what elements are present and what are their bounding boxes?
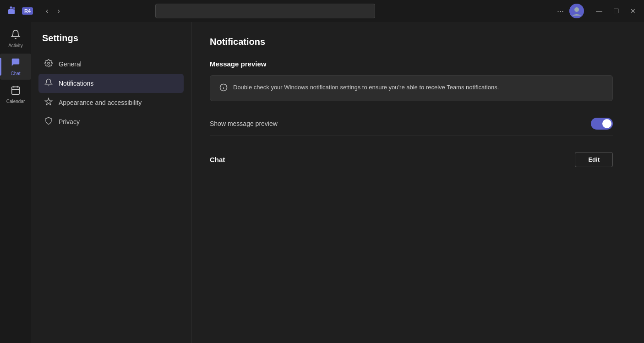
settings-nav-notifications[interactable]: Notifications bbox=[38, 74, 184, 93]
svg-point-0 bbox=[12, 7, 15, 10]
show-preview-label: Show message preview bbox=[210, 120, 278, 127]
page-title: Notifications bbox=[210, 37, 626, 47]
toggle-thumb bbox=[602, 119, 611, 128]
close-button[interactable]: ✕ bbox=[626, 5, 640, 16]
settings-title: Settings bbox=[38, 33, 184, 44]
info-banner: Double check your Windows notification s… bbox=[210, 75, 613, 101]
toggle-track[interactable] bbox=[591, 118, 613, 130]
appearance-icon bbox=[44, 98, 53, 108]
teams-logo bbox=[4, 4, 18, 18]
chat-section: Chat Edit bbox=[210, 147, 613, 173]
forward-button[interactable]: › bbox=[54, 5, 63, 17]
info-icon bbox=[219, 83, 228, 93]
appearance-label: Appearance and accessibility bbox=[59, 99, 142, 106]
privacy-label: Privacy bbox=[59, 118, 80, 125]
show-preview-row: Show message preview bbox=[210, 112, 613, 136]
gear-icon bbox=[44, 59, 53, 69]
notifications-label: Notifications bbox=[59, 80, 93, 87]
back-button[interactable]: ‹ bbox=[42, 5, 52, 17]
chat-icon bbox=[11, 57, 21, 70]
chat-label: Chat bbox=[11, 71, 20, 76]
sidebar-item-chat[interactable]: Chat bbox=[0, 54, 31, 80]
main-layout: Activity Chat Calendar Setting bbox=[0, 22, 644, 343]
chat-section-header: Chat Edit bbox=[210, 147, 613, 173]
sidebar-icons: Activity Chat Calendar bbox=[0, 22, 31, 343]
titlebar: R4 ‹ › ··· — ☐ ✕ bbox=[0, 0, 644, 22]
chat-section-label: Chat bbox=[210, 156, 225, 163]
settings-nav-general[interactable]: General bbox=[38, 54, 184, 74]
info-banner-text: Double check your Windows notification s… bbox=[233, 83, 499, 92]
titlebar-left: R4 ‹ › bbox=[4, 4, 64, 18]
message-preview-section-title: Message preview bbox=[210, 60, 626, 68]
calendar-icon bbox=[11, 85, 21, 98]
show-preview-toggle[interactable] bbox=[591, 118, 613, 130]
calendar-label: Calendar bbox=[6, 99, 25, 104]
titlebar-right: ··· — ☐ ✕ bbox=[555, 4, 640, 18]
search-bar[interactable] bbox=[155, 4, 375, 18]
privacy-icon bbox=[44, 117, 53, 127]
activity-label: Activity bbox=[8, 43, 23, 48]
svg-point-7 bbox=[48, 62, 50, 65]
svg-rect-3 bbox=[12, 87, 20, 95]
settings-nav-appearance[interactable]: Appearance and accessibility bbox=[38, 93, 184, 112]
window-controls: — ☐ ✕ bbox=[591, 5, 640, 16]
bell-icon bbox=[44, 78, 53, 88]
edit-button[interactable]: Edit bbox=[575, 152, 613, 167]
more-options-button[interactable]: ··· bbox=[555, 5, 566, 18]
settings-sidebar: Settings General Notifications bbox=[31, 22, 191, 343]
user-badge: R4 bbox=[22, 7, 33, 15]
settings-nav-privacy[interactable]: Privacy bbox=[38, 112, 184, 131]
svg-point-2 bbox=[574, 7, 579, 12]
sidebar-item-calendar[interactable]: Calendar bbox=[0, 82, 31, 108]
maximize-button[interactable]: ☐ bbox=[609, 5, 624, 16]
minimize-button[interactable]: — bbox=[591, 5, 607, 16]
sidebar-item-activity[interactable]: Activity bbox=[0, 26, 31, 52]
nav-arrows: ‹ › bbox=[42, 5, 64, 17]
content-area: Notifications Message preview Double che… bbox=[191, 22, 644, 343]
general-label: General bbox=[59, 60, 82, 68]
activity-icon bbox=[11, 29, 21, 42]
avatar[interactable] bbox=[569, 4, 584, 18]
